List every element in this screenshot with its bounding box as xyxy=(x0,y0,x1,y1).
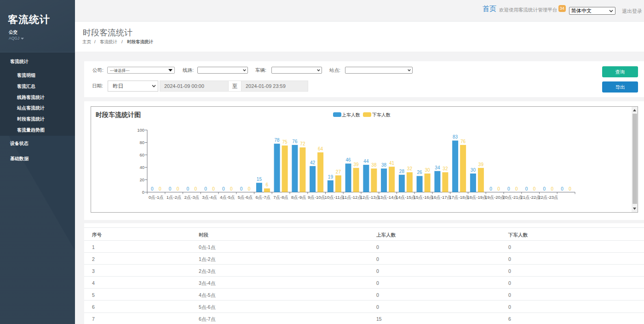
svg-text:80: 80 xyxy=(139,140,144,145)
svg-text:20点-21点: 20点-21点 xyxy=(503,195,523,200)
svg-text:0: 0 xyxy=(497,186,500,191)
svg-text:3点-4点: 3点-4点 xyxy=(202,195,217,200)
svg-text:0: 0 xyxy=(230,186,233,191)
svg-text:78: 78 xyxy=(275,138,280,143)
svg-text:2点-3点: 2点-3点 xyxy=(184,195,200,200)
svg-text:0: 0 xyxy=(551,186,554,191)
svg-text:6点-7点: 6点-7点 xyxy=(256,195,271,200)
svg-text:10点-11点: 10点-11点 xyxy=(325,195,345,200)
svg-text:76: 76 xyxy=(460,139,466,144)
svg-text:0: 0 xyxy=(507,186,510,191)
svg-text:0: 0 xyxy=(169,186,172,191)
svg-text:14点-15点: 14点-15点 xyxy=(396,195,415,200)
svg-text:83: 83 xyxy=(453,134,458,139)
svg-text:0: 0 xyxy=(222,186,225,191)
svg-text:7点-8点: 7点-8点 xyxy=(273,195,288,200)
svg-text:0: 0 xyxy=(489,186,492,191)
svg-text:0: 0 xyxy=(204,186,207,191)
svg-text:0: 0 xyxy=(561,186,564,191)
svg-text:0: 0 xyxy=(195,186,197,191)
svg-text:9点-10点: 9点-10点 xyxy=(308,195,325,200)
svg-text:44: 44 xyxy=(363,159,369,164)
svg-text:64: 64 xyxy=(318,146,323,151)
svg-text:0: 0 xyxy=(177,186,179,191)
svg-text:0: 0 xyxy=(515,186,518,191)
svg-text:42: 42 xyxy=(310,160,316,165)
svg-text:28: 28 xyxy=(399,169,405,174)
svg-text:19点-20点: 19点-20点 xyxy=(485,195,505,200)
svg-text:13点-14点: 13点-14点 xyxy=(378,195,397,200)
svg-text:75: 75 xyxy=(282,139,288,145)
svg-text:0点-1点: 0点-1点 xyxy=(149,195,164,200)
svg-text:0: 0 xyxy=(525,186,528,191)
svg-text:4点-5点: 4点-5点 xyxy=(220,195,235,200)
svg-text:0: 0 xyxy=(212,186,215,191)
svg-text:39: 39 xyxy=(478,162,484,167)
svg-text:39: 39 xyxy=(354,162,359,167)
svg-text:72: 72 xyxy=(300,141,305,146)
svg-text:17点-18点: 17点-18点 xyxy=(449,195,469,200)
svg-text:16点-17点: 16点-17点 xyxy=(431,195,451,200)
svg-text:60: 60 xyxy=(139,152,144,157)
svg-text:0: 0 xyxy=(248,186,251,191)
svg-text:46: 46 xyxy=(346,157,351,162)
svg-text:0: 0 xyxy=(543,186,546,191)
svg-text:19: 19 xyxy=(328,174,334,179)
svg-text:15: 15 xyxy=(257,177,262,182)
svg-text:0: 0 xyxy=(533,186,536,191)
svg-text:100: 100 xyxy=(137,127,144,133)
svg-text:18点-19点: 18点-19点 xyxy=(467,195,487,200)
svg-text:11点-12点: 11点-12点 xyxy=(342,195,362,200)
svg-text:8点-9点: 8点-9点 xyxy=(291,195,306,200)
svg-text:27: 27 xyxy=(336,169,341,174)
svg-text:32: 32 xyxy=(407,166,413,171)
svg-text:22点-23点: 22点-23点 xyxy=(538,195,558,200)
svg-text:0: 0 xyxy=(151,186,154,191)
svg-text:20: 20 xyxy=(139,177,144,182)
svg-text:30: 30 xyxy=(425,168,431,173)
svg-text:5点-6点: 5点-6点 xyxy=(238,195,253,200)
svg-text:26: 26 xyxy=(417,170,423,175)
svg-text:0: 0 xyxy=(142,190,144,195)
svg-text:38: 38 xyxy=(371,162,377,168)
svg-text:0: 0 xyxy=(159,186,161,191)
svg-text:21点-22点: 21点-22点 xyxy=(520,195,540,200)
svg-text:6: 6 xyxy=(266,182,269,187)
svg-text:76: 76 xyxy=(292,139,298,144)
svg-text:30: 30 xyxy=(471,168,476,173)
svg-text:15点-16点: 15点-16点 xyxy=(414,195,433,200)
svg-text:41: 41 xyxy=(389,161,395,166)
svg-text:40: 40 xyxy=(139,165,144,170)
svg-text:0: 0 xyxy=(187,186,190,191)
svg-text:34: 34 xyxy=(435,165,440,170)
svg-text:0: 0 xyxy=(569,186,571,191)
svg-text:38: 38 xyxy=(381,162,387,168)
svg-text:0: 0 xyxy=(240,186,243,191)
svg-text:12点-13点: 12点-13点 xyxy=(360,195,380,200)
svg-text:1点-2点: 1点-2点 xyxy=(167,195,182,200)
svg-text:32: 32 xyxy=(443,166,448,171)
